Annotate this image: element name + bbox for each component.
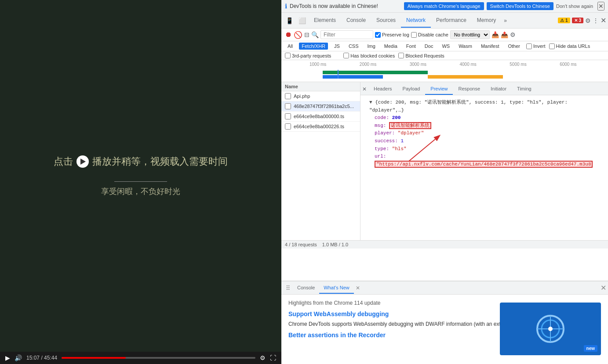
drawer-tab-console[interactable]: Console [293,282,319,294]
preview-panel: ✕ Headers Payload Preview Response Initi… [360,82,608,240]
req-checkbox-ts2[interactable] [285,123,291,130]
hide-data-urls-checkbox[interactable] [549,43,555,49]
filter-fetch-xhr[interactable]: Fetch/XHR [299,43,328,50]
clear-button[interactable]: 🚫 [294,31,302,39]
panel-tab-initiator[interactable]: Initiator [485,83,512,95]
filter-all[interactable]: All [285,43,295,50]
drawer-tab-whats-new[interactable]: What's New [319,282,353,294]
filter-doc[interactable]: Doc [422,43,436,50]
export-btn[interactable]: 📤 [501,31,508,38]
preserve-log-text: Preserve log [382,32,409,37]
notif-text: DevTools is now available in Chinese! [290,3,401,9]
tab-elements[interactable]: Elements [309,14,341,28]
tab-sources[interactable]: Sources [371,14,401,28]
filter-extra-row: 3rd-party requests Has blocked cookies B… [281,51,608,60]
devtools-more-button[interactable]: ⋮ [593,17,599,24]
blocked-requests-label[interactable]: Blocked Requests [398,53,444,58]
drawer-content: Highlights from the Chrome 114 update Su… [281,295,608,364]
request-item-ts1[interactable]: e664ce9e8ba000000.ts [281,112,360,122]
video-sub-text: 享受闲暇，不负好时光 [101,186,180,197]
filter-other[interactable]: Other [505,43,523,50]
hide-data-urls-label[interactable]: Hide data URLs [549,43,590,49]
filter-input[interactable] [320,30,373,39]
play-icon-inline [76,155,89,168]
import-btn[interactable]: 📥 [491,31,499,38]
net-settings-btn[interactable]: ⚙ [510,31,516,38]
drawer-tab-bar: ⠿ Console What's New ✕ ✕ [281,281,608,295]
disable-cache-label[interactable]: Disable cache [411,32,448,38]
progress-bar[interactable] [62,357,255,359]
tab-network[interactable]: Network [401,14,431,28]
req-checkbox-468e[interactable] [285,103,291,109]
request-item-ts2[interactable]: e664ce9e8ba000226.ts [281,122,360,132]
panel-tab-payload[interactable]: Payload [397,83,426,95]
panel-tab-preview[interactable]: Preview [425,83,453,95]
fullscreen-button[interactable]: ⛶ [270,354,276,361]
tl-label-2: 2000 ms [358,62,408,67]
devtools-close-button[interactable]: ✕ [601,16,606,25]
notification-close-button[interactable]: ✕ [597,2,604,11]
record-button[interactable]: ⏺ [285,31,292,39]
filter-font[interactable]: Font [404,43,419,50]
devtools-settings-button[interactable]: ⚙ [585,17,591,24]
has-blocked-checkbox[interactable] [343,53,349,58]
panel-tab-response[interactable]: Response [453,83,485,95]
error-badge: ✕ 3 [572,18,583,23]
blocked-requests-checkbox[interactable] [398,53,404,58]
match-language-button[interactable]: Always match Chrome's language [404,2,484,10]
third-party-checkbox[interactable] [285,53,291,58]
filter-toggle-button[interactable]: ⊟ [304,31,309,38]
drawer-close-button[interactable]: ✕ [601,284,606,292]
panel-close-button[interactable]: ✕ [360,83,368,95]
throttle-select[interactable]: No throttling [450,30,490,39]
switch-to-chinese-button[interactable]: Switch DevTools to Chinese [487,2,553,10]
panel-tab-headers[interactable]: Headers [368,83,397,95]
network-toolbar: ⏺ 🚫 ⊟ 🔍 Preserve log Disable cache No th… [281,29,608,41]
preserve-log-checkbox[interactable] [375,32,381,38]
request-item-api[interactable]: Api.php [281,91,360,101]
has-blocked-text: Has blocked cookies [350,53,395,58]
invert-label[interactable]: Invert [526,43,546,49]
invert-checkbox[interactable] [526,43,532,49]
json-value-type: "hls" [392,146,407,151]
req-checkbox-api[interactable] [285,93,291,99]
third-party-label[interactable]: 3rd-party requests [285,53,331,58]
transfer-size: 1.0 MB / 1.0 [322,242,348,247]
volume-button[interactable]: 🔊 [15,354,22,361]
time-display: 15:07 / 45:44 [26,355,57,361]
video-main-display: 点击 播放并稍等，视频载入需要时间 享受闲暇，不负好时光 [0,0,281,352]
disable-cache-checkbox[interactable] [411,32,417,38]
search-button[interactable]: 🔍 [311,31,319,38]
preserve-log-label[interactable]: Preserve log [375,32,409,38]
filter-media[interactable]: Media [382,43,400,50]
filter-js[interactable]: JS [331,43,342,50]
tab-console[interactable]: Console [341,14,371,28]
json-toggle[interactable]: ▼ [369,100,372,105]
drawer-drag-handle[interactable]: ⠿ [283,285,293,292]
tl-label-6: 6000 ms [558,62,608,67]
play-button[interactable]: ▶ [5,354,10,361]
filter-wasm[interactable]: Wasm [456,43,475,50]
filter-manifest[interactable]: Manifest [478,43,502,50]
video-hint-text2: 播放并稍等，视频载入需要时间 [92,155,228,168]
dont-show-again-link[interactable]: Don't show again [556,4,593,9]
panel-tab-timing[interactable]: Timing [512,83,537,95]
tab-performance[interactable]: Performance [431,14,472,28]
timeline-yellow-bar [428,75,503,79]
settings-button[interactable]: ⚙ [260,354,266,361]
more-tabs-button[interactable]: » [501,14,510,27]
thumbnail-svg [524,311,577,346]
req-checkbox-ts1[interactable] [285,113,291,119]
filter-ws[interactable]: WS [439,43,452,50]
request-item-468e[interactable]: 468e28747f3f72861ba2c5... [281,101,360,112]
filter-img[interactable]: Img [365,43,378,50]
preview-content: ▼ {code: 200, msg: "诺讯智能解析系统", success: … [360,95,608,240]
tab-memory[interactable]: Memory [472,14,501,28]
drawer-tab-close-button[interactable]: ✕ [354,283,362,293]
has-blocked-label[interactable]: Has blocked cookies [343,53,395,58]
json-value-success: 1 [400,138,404,144]
devtools-device-icon[interactable]: 📱 [283,15,296,26]
progress-fill [62,357,126,359]
devtools-responsive-icon[interactable]: ⬜ [296,15,309,26]
filter-css[interactable]: CSS [346,43,361,50]
